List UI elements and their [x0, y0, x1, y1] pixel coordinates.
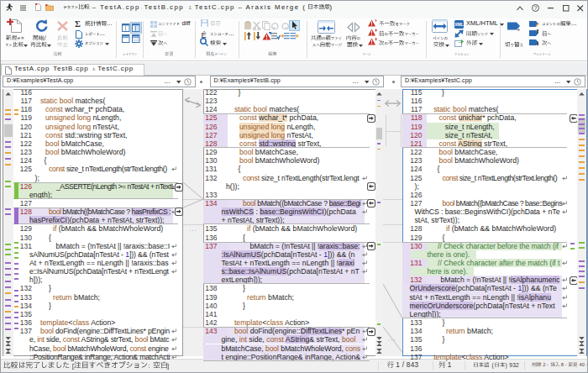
svg-text:Σ: Σ	[75, 19, 81, 28]
svg-text:É: É	[202, 29, 207, 39]
svg-text:XML: XML	[454, 22, 464, 27]
svg-text:?: ?	[534, 5, 538, 11]
svg-text:±: ±	[517, 27, 521, 32]
